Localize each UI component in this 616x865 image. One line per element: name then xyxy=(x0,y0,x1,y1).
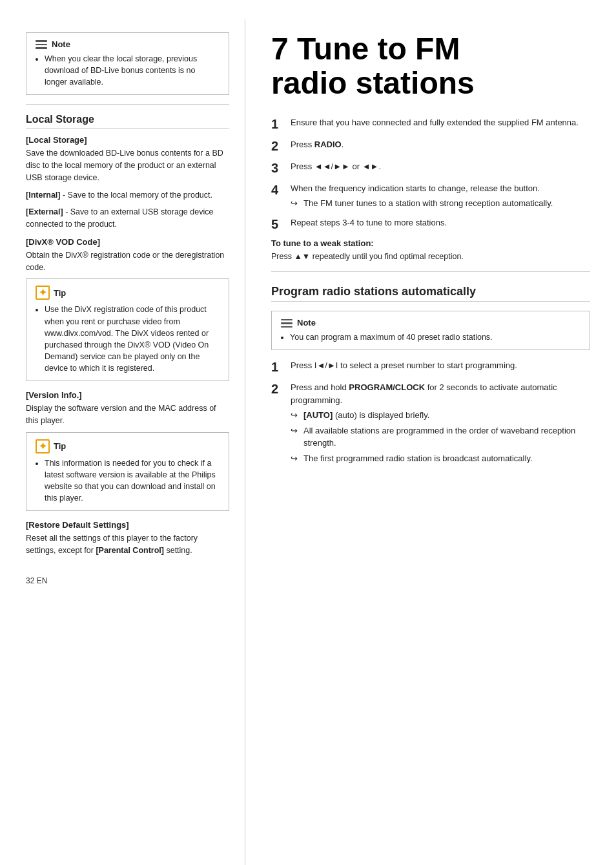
page-number: 32 EN xyxy=(26,576,229,585)
arrow-icon-2: ↪ xyxy=(291,409,300,422)
program-clock-bold: PROGRAM/CLOCK xyxy=(349,382,425,392)
tip-item-2: This information is needed for you to ch… xyxy=(45,457,220,505)
step-4-arrow: ↪ The FM tuner tunes to a station with s… xyxy=(291,197,590,210)
divx-desc: Obtain the DivX® registration code or th… xyxy=(26,249,229,274)
chapter-title: 7 Tune to FM radio stations xyxy=(271,32,590,101)
note-item: When you clear the local storage, previo… xyxy=(45,53,220,88)
tip-icon-1: ✦ xyxy=(36,286,50,300)
prog-arrow-2: ↪ All available stations are programmed … xyxy=(291,424,590,450)
prog-step-content-2: Press and hold PROGRAM/CLOCK for 2 secon… xyxy=(291,381,590,464)
internal-desc-text: - Save to the local memory of the produc… xyxy=(60,191,212,200)
step-num-5: 5 xyxy=(271,216,291,232)
version-section: [Version Info.] xyxy=(26,390,229,400)
tip-list-1: Use the DivX registration code of this p… xyxy=(45,304,220,374)
prog-step-num-2: 2 xyxy=(271,381,291,397)
tip-label-1: Tip xyxy=(54,288,66,298)
step-text-5: Repeat steps 3-4 to tune to more station… xyxy=(291,218,447,227)
left-column: Note When you clear the local storage, p… xyxy=(0,19,245,865)
restore-section: [Restore Default Settings] xyxy=(26,520,229,530)
step-text-3: Press ◄◄/►► or ◄►. xyxy=(291,162,381,171)
restore-desc2: setting. xyxy=(164,546,192,555)
auto-bold: [AUTO] xyxy=(303,410,333,420)
prog-step-2: 2 Press and hold PROGRAM/CLOCK for 2 sec… xyxy=(271,381,590,464)
note-list-2: You can program a maximum of 40 preset r… xyxy=(290,331,580,343)
prog-arrow-1: ↪ [AUTO] (auto) is displayed briefly. xyxy=(291,409,590,422)
step-num-1: 1 xyxy=(271,116,291,132)
step-content-2: Press RADIO. xyxy=(291,138,590,151)
tune-step-3: 3 Press ◄◄/►► or ◄►. xyxy=(271,160,590,176)
restore-desc: Reset all the settings of this player to… xyxy=(26,532,229,557)
external-label: [External] xyxy=(26,207,63,216)
local-storage-section: [Local Storage] xyxy=(26,135,229,145)
step-content-3: Press ◄◄/►► or ◄►. xyxy=(291,160,590,173)
arrow-icon-1: ↪ xyxy=(291,197,300,210)
step-text-4: When the frequency indication starts to … xyxy=(291,183,540,193)
tune-step-5: 5 Repeat steps 3-4 to tune to more stati… xyxy=(271,216,590,232)
prog-arrow-text-3: The first programmed radio station is br… xyxy=(303,452,533,465)
internal-label: [Internal] xyxy=(26,191,60,200)
step-text-1: Ensure that you have connected and fully… xyxy=(291,118,579,127)
page-lang: EN xyxy=(37,576,48,585)
tip-box-1: ✦ Tip Use the DivX registration code of … xyxy=(26,278,229,381)
step-num-3: 3 xyxy=(271,160,291,176)
tune-step-4: 4 When the frequency indication starts t… xyxy=(271,182,590,210)
note-label-2: Note xyxy=(297,318,316,328)
step-content-4: When the frequency indication starts to … xyxy=(291,182,590,210)
external-desc: [External] - Save to an external USB sto… xyxy=(26,206,229,231)
program-title: Program radio stations automatically xyxy=(271,285,590,302)
tip-header-1: ✦ Tip xyxy=(36,286,220,300)
step-content-1: Ensure that you have connected and fully… xyxy=(291,116,590,129)
step-2-bold: RADIO xyxy=(314,140,342,149)
prog-arrow-text-1: [AUTO] (auto) is displayed briefly. xyxy=(303,409,429,422)
tune-step-2: 2 Press RADIO. xyxy=(271,138,590,154)
note-label: Note xyxy=(52,39,70,49)
note-item-2: You can program a maximum of 40 preset r… xyxy=(290,331,580,343)
prog-arrow-text-2: All available stations are programmed in… xyxy=(303,424,590,450)
prog-arrow-3: ↪ The first programmed radio station is … xyxy=(291,452,590,465)
internal-desc: [Internal] - Save to the local memory of… xyxy=(26,189,229,202)
chapter-number: 7 xyxy=(271,32,289,66)
step-content-5: Repeat steps 3-4 to tune to more station… xyxy=(291,216,590,229)
note-header: Note xyxy=(36,39,220,49)
prog-step-content-1: Press I◄/►I to select a preset number to… xyxy=(291,359,590,372)
step-num-4: 4 xyxy=(271,182,291,198)
tip-icon-2: ✦ xyxy=(36,439,50,453)
step-num-2: 2 xyxy=(271,138,291,154)
weak-station-label: To tune to a weak station: xyxy=(271,238,590,248)
program-steps: 1 Press I◄/►I to select a preset number … xyxy=(271,359,590,464)
title-line1: Tune to FM xyxy=(297,32,460,66)
arrow-icon-4: ↪ xyxy=(291,452,300,465)
version-desc: Display the software version and the MAC… xyxy=(26,402,229,427)
tune-steps: 1 Ensure that you have connected and ful… xyxy=(271,116,590,232)
prog-step-num-1: 1 xyxy=(271,359,291,375)
note-icon-2 xyxy=(281,319,293,328)
note-box-storage: Note When you clear the local storage, p… xyxy=(26,32,229,95)
divx-section: [DivX® VOD Code] xyxy=(26,237,229,247)
note-icon xyxy=(36,40,47,49)
prog-step-1: 1 Press I◄/►I to select a preset number … xyxy=(271,359,590,375)
divider-1 xyxy=(26,104,229,105)
tip-box-2: ✦ Tip This information is needed for you… xyxy=(26,432,229,512)
tip-list-2: This information is needed for you to ch… xyxy=(45,457,220,505)
step-4-arrow-text: The FM tuner tunes to a station with str… xyxy=(303,197,553,210)
restore-bold: [Parental Control] xyxy=(96,546,164,555)
arrow-icon-3: ↪ xyxy=(291,424,300,437)
tune-step-1: 1 Ensure that you have connected and ful… xyxy=(271,116,590,132)
tip-label-2: Tip xyxy=(54,441,66,451)
tip-header-2: ✦ Tip xyxy=(36,439,220,453)
title-line2: radio stations xyxy=(271,66,475,100)
right-column: 7 Tune to FM radio stations 1 Ensure tha… xyxy=(245,19,616,865)
local-storage-desc: Save the downloaded BD-Live bonus conten… xyxy=(26,147,229,183)
weak-station-desc: Press ▲▼ repeatedly until you find optim… xyxy=(271,251,590,263)
page-num-value: 32 xyxy=(26,576,34,585)
local-storage-title: Local Storage xyxy=(26,114,229,129)
divider-right-1 xyxy=(271,271,590,272)
note-box-program: Note You can program a maximum of 40 pre… xyxy=(271,311,590,350)
note-list: When you clear the local storage, previo… xyxy=(45,53,220,88)
prog-step-text-1: Press I◄/►I to select a preset number to… xyxy=(291,360,517,370)
tip-item-1: Use the DivX registration code of this p… xyxy=(45,304,220,374)
note-header-2: Note xyxy=(281,318,580,328)
